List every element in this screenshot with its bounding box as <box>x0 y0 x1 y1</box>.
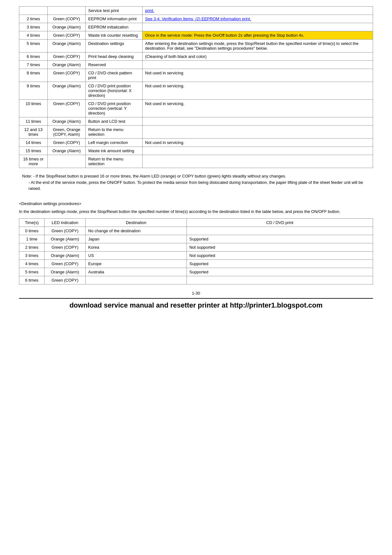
table-row: 16 times or moreReturn to the menu selec… <box>19 155 373 168</box>
function-cell: Waste ink counter resetting <box>86 31 143 40</box>
dest-table-row: 3 timesOrange (Alarm)USNot supported <box>19 252 373 260</box>
remarks-cell: Once in the service mode: Press the On/O… <box>143 31 373 40</box>
function-cell: Waste ink amount setting <box>86 147 143 155</box>
times-cell: 10 times <box>19 100 48 117</box>
dest-destination: Europe <box>86 260 187 268</box>
function-cell: Return to the menu selection <box>86 155 143 168</box>
remarks-cell: print. <box>143 7 373 15</box>
table-row: 12 and 13 timesGreen, Orange (COPY, Alar… <box>19 126 373 139</box>
times-cell: 3 times <box>19 23 48 31</box>
dest-led: Orange (Alarm) <box>45 235 86 243</box>
function-cell: Reserved <box>86 61 143 69</box>
led-cell: Green (COPY) <box>48 139 86 147</box>
dest-table-row: 0 timesGreen (COPY)No change of the dest… <box>19 227 373 235</box>
function-cell: EEPROM initialization <box>86 23 143 31</box>
table-row: 8 timesGreen (COPY)CD / DVD check patter… <box>19 69 373 82</box>
led-cell: Green (COPY) <box>48 100 86 117</box>
times-cell: 7 times <box>19 61 48 69</box>
remarks-cell <box>143 117 373 126</box>
dest-led: Orange (Alarm) <box>45 252 86 260</box>
dest-table-row: 1 timeOrange (Alarm)JapanSupported <box>19 235 373 243</box>
dest-dvd: Supported <box>187 260 373 268</box>
link-text[interactable]: See 3-4. Verification Items, (2) EEPROM … <box>145 16 251 21</box>
dest-dvd: Supported <box>187 235 373 243</box>
led-cell <box>48 7 86 15</box>
led-cell <box>48 155 86 168</box>
times-cell: 12 and 13 times <box>19 126 48 139</box>
table-row: 9 timesOrange (Alarm)CD / DVD print posi… <box>19 82 373 100</box>
times-cell: 16 times or more <box>19 155 48 168</box>
dest-table: Time(s)LED indicationDestinationCD / DVD… <box>19 218 373 284</box>
dest-times: 0 times <box>19 227 45 235</box>
led-cell: Green (COPY) <box>48 15 86 23</box>
function-cell: Destination settings <box>86 40 143 53</box>
dest-table-row: 2 timesGreen (COPY)KoreaNot supported <box>19 243 373 252</box>
dest-header: <Destination settings procedures> <box>19 201 373 206</box>
function-cell: Button and LCD test <box>86 117 143 126</box>
table-row: 14 timesGreen (COPY)Left margin correcti… <box>19 139 373 147</box>
remarks-cell: Not used in servicing. <box>143 139 373 147</box>
led-cell: Orange (Alarm) <box>48 40 86 53</box>
dest-destination: US <box>86 252 187 260</box>
times-cell: 6 times <box>19 53 48 61</box>
times-cell: 9 times <box>19 82 48 100</box>
remarks-cell: Not used in servicing. <box>143 82 373 100</box>
remarks-cell <box>143 61 373 69</box>
dest-times: 5 times <box>19 268 45 276</box>
dest-intro: In the destination settings mode, press … <box>19 209 373 215</box>
dest-times: 1 time <box>19 235 45 243</box>
table-row: Service test printprint. <box>19 7 373 15</box>
dest-col-header: LED indication <box>45 219 86 227</box>
link-text[interactable]: print. <box>145 8 154 13</box>
remarks-cell <box>143 23 373 31</box>
table-row: 15 timesOrange (Alarm)Waste ink amount s… <box>19 147 373 155</box>
dest-led: Green (COPY) <box>45 227 86 235</box>
remarks-cell: After entering the destination settings … <box>143 40 373 53</box>
table-row: 10 timesGreen (COPY)CD / DVD print posit… <box>19 100 373 117</box>
note-line1: Note: - If the Stop/Reset button is pres… <box>19 173 373 179</box>
dest-dvd <box>187 227 373 235</box>
remarks-cell: Not used in servicing. <box>143 100 373 117</box>
remarks-cell: Not used in servicing <box>143 69 373 82</box>
remarks-cell <box>143 126 373 139</box>
dest-dvd: Supported <box>187 268 373 276</box>
function-cell: Print head deep cleaning <box>86 53 143 61</box>
times-cell: 2 times <box>19 15 48 23</box>
dest-table-row: 4 timesGreen (COPY)EuropeSupported <box>19 260 373 268</box>
table-row: 11 timesOrange (Alarm)Button and LCD tes… <box>19 117 373 126</box>
remarks-cell <box>143 155 373 168</box>
times-cell: 5 times <box>19 40 48 53</box>
page-number: 1-30 <box>19 291 373 296</box>
dest-dvd <box>187 276 373 284</box>
dest-destination: Japan <box>86 235 187 243</box>
table-row: 3 timesOrange (Alarm)EEPROM initializati… <box>19 23 373 31</box>
led-cell: Orange (Alarm) <box>48 61 86 69</box>
led-cell: Green (COPY) <box>48 53 86 61</box>
main-service-table: Service test printprint.2 timesGreen (CO… <box>19 6 373 168</box>
function-cell: Service test print <box>86 7 143 15</box>
times-cell: 8 times <box>19 69 48 82</box>
table-row: 7 timesOrange (Alarm)Reserved <box>19 61 373 69</box>
table-row: 4 timesGreen (COPY)Waste ink counter res… <box>19 31 373 40</box>
function-cell: EEPROM information print <box>86 15 143 23</box>
remarks-cell: See 3-4. Verification Items, (2) EEPROM … <box>143 15 373 23</box>
table-row: 2 timesGreen (COPY)EEPROM information pr… <box>19 15 373 23</box>
led-cell: Orange (Alarm) <box>48 82 86 100</box>
remarks-cell: (Cleaning of both black and color) <box>143 53 373 61</box>
dest-led: Green (COPY) <box>45 276 86 284</box>
dest-dvd: Not supported <box>187 252 373 260</box>
times-cell: 15 times <box>19 147 48 155</box>
dest-destination: Australia <box>86 268 187 276</box>
led-cell: Green (COPY) <box>48 69 86 82</box>
table-row: 5 timesOrange (Alarm)Destination setting… <box>19 40 373 53</box>
dest-table-row: 5 timesOrange (Alarm)AustraliaSupported <box>19 268 373 276</box>
times-cell: 11 times <box>19 117 48 126</box>
dest-led: Green (COPY) <box>45 260 86 268</box>
dest-times: 3 times <box>19 252 45 260</box>
function-cell: Return to the menu selection <box>86 126 143 139</box>
times-cell <box>19 7 48 15</box>
dest-led: Orange (Alarm) <box>45 268 86 276</box>
footer-text: download service manual and resetter pri… <box>19 298 373 309</box>
dest-times: 4 times <box>19 260 45 268</box>
dest-destination: Korea <box>86 243 187 252</box>
